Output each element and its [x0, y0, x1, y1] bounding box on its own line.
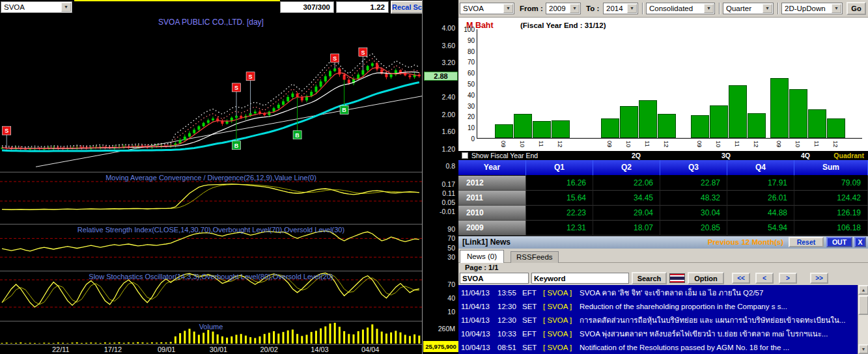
reset-button[interactable]: Reset [789, 237, 824, 247]
table-value-cell: 12.31 [526, 221, 593, 236]
bar [789, 89, 807, 138]
bar-year-label: 11 [813, 141, 820, 147]
bar-year-label: 10 [625, 141, 632, 148]
news-src: EFT [522, 289, 543, 297]
view-mode-value: 2D-UpDown [785, 5, 826, 12]
last-page-button[interactable]: >> [810, 273, 828, 284]
table-value-cell: 34.45 [593, 191, 660, 206]
news-item[interactable]: 11/04/1312:30SET[ SVOA ]Reduction of the… [458, 299, 858, 313]
scrollbar-thumb[interactable] [858, 295, 868, 315]
news-text: การลดสัดส่วนการถือหุ้นในบริษัทย่อย และ แ… [580, 314, 858, 326]
quarterly-table: YearQ1Q2Q3Q4Sum 201216.2622.0622.8717.91… [458, 160, 868, 236]
symbol-combo[interactable]: SVOA ▼ [1, 1, 72, 13]
bar-year-label: 11 [538, 141, 545, 147]
bar [552, 120, 570, 138]
quadrant-link[interactable]: Quadrant [833, 152, 864, 159]
chart-toolbar: SVOA ▼ 307/300 1.22 Recal Scale-Linear [0, 0, 458, 14]
value-field: 1.22 [336, 1, 389, 13]
axis-tick-label: 0.05 [442, 198, 455, 206]
price-chart[interactable]: SSSBBBSS [0, 14, 422, 172]
news-src: SET [522, 303, 543, 310]
tab-news[interactable]: News (0) [460, 250, 504, 263]
scroll-down-button[interactable]: ▼ [858, 344, 868, 354]
statement-type-combo[interactable]: Consolidated ▼ [646, 3, 715, 14]
chevron-down-icon[interactable]: ▼ [763, 4, 772, 13]
to-year-combo[interactable]: 2014 ▼ [603, 3, 638, 14]
table-value-cell: 15.64 [526, 191, 593, 206]
news-src: SET [522, 316, 543, 324]
news-sym: [ SVOA ] [543, 289, 580, 297]
news-text: SVOA พุ่งสวนตลาดฯ หลังบอร์ดไฟเขียวนำ บ.ย… [580, 328, 858, 340]
chevron-down-icon[interactable]: ▼ [61, 3, 71, 12]
table-value-cell: 30.04 [660, 206, 727, 221]
axis-tick-label: 0.11 [442, 189, 455, 197]
table-row: 201115.6434.4548.3226.01124.42 [458, 191, 868, 206]
axis-tick-label: 30 [447, 253, 455, 261]
search-button[interactable]: Search [632, 272, 667, 284]
quarter-label: 4Q [801, 152, 810, 159]
bar [691, 115, 709, 138]
chevron-down-icon[interactable]: ▼ [832, 4, 841, 13]
chevron-down-icon[interactable]: ▼ [503, 4, 513, 13]
axis-tick-label: 3.20 [442, 59, 455, 66]
chevron-down-icon[interactable]: ▼ [627, 4, 637, 13]
news-item[interactable]: 11/04/1313:55EFT[ SVOA ]SVOA คาด 'ลิช จิ… [458, 286, 858, 299]
scrollbar[interactable]: ▲ ▼ [858, 285, 868, 354]
out-button[interactable]: OUT [826, 237, 852, 247]
keyword-input[interactable] [531, 273, 629, 284]
close-button[interactable]: X [854, 237, 866, 247]
tab-rssfeeds[interactable]: RSSFeeds [511, 251, 559, 263]
from-year-combo[interactable]: 2009 ▼ [546, 3, 581, 14]
go-button[interactable]: Go [847, 2, 866, 15]
table-value-cell: 29.04 [593, 206, 660, 221]
news-text: Notification of the Resolutions passed b… [580, 344, 858, 351]
thai-flag-icon[interactable] [669, 273, 685, 283]
next-page-button[interactable]: > [779, 273, 797, 284]
table-value-cell: 20.85 [660, 221, 727, 236]
bar [495, 124, 513, 138]
symbol-combo[interactable]: SVOA ▼ [460, 3, 514, 14]
view-mode-combo[interactable]: 2D-UpDown ▼ [781, 3, 843, 14]
prev-page-button[interactable]: < [755, 273, 774, 284]
table-header-cell: Sum [794, 160, 868, 176]
axis-tick-label: 0.8 [445, 162, 455, 170]
news-item[interactable]: 10/04/1308:51SET[ SVOA ]Notification of … [458, 340, 858, 354]
bar [639, 100, 657, 138]
bar-count-field: 307/300 [280, 1, 334, 13]
date-axis-label: 22/11 [52, 346, 70, 353]
news-item[interactable]: 10/04/1310:33EFT[ SVOA ]SVOA พุ่งสวนตลาด… [458, 327, 858, 340]
table-header-cell: Q3 [660, 160, 727, 176]
bar [710, 105, 728, 139]
news-item[interactable]: 11/04/1312:30SET[ SVOA ]การลดสัดส่วนการถ… [458, 313, 858, 327]
bar-year-label: 09 [500, 141, 507, 148]
bar-year-label: 12 [557, 141, 564, 148]
news-rows: 11/04/1313:55EFT[ SVOA ]SVOA คาด 'ลิช จิ… [458, 286, 858, 354]
show-fiscal-checkbox[interactable] [462, 152, 468, 159]
news-time: 13:55 [497, 289, 522, 297]
symbol-combo-value: SVOA [463, 5, 484, 12]
y-axis-tick: 20 [460, 113, 475, 120]
news-sym: [ SVOA ] [543, 330, 580, 338]
table-value-cell: 79.09 [794, 176, 868, 191]
y-axis-tick: 90 [460, 37, 475, 44]
symbol-input[interactable] [460, 273, 529, 284]
volume-readout: 25,975,900 [423, 341, 458, 352]
period-combo[interactable]: Quarter ▼ [723, 3, 774, 14]
date-axis-label: 20/02 [260, 346, 278, 353]
sell-signal-flag: S [246, 72, 255, 81]
news-time: 08:51 [497, 344, 522, 351]
svg-text:B: B [295, 132, 300, 139]
axis-tick-label: 4.00 [442, 24, 455, 32]
news-src: SET [522, 344, 543, 351]
option-button[interactable]: Option [688, 272, 724, 284]
bar-year-label: 10 [715, 141, 722, 148]
date-axis-label: 14/03 [311, 346, 329, 353]
table-value-cell: 18.07 [593, 221, 660, 236]
first-page-button[interactable]: << [732, 273, 750, 284]
table-row: 201216.2622.0622.8717.9179.09 [458, 176, 868, 191]
chart-info-field [74, 0, 280, 14]
scroll-up-button[interactable]: ▲ [858, 285, 868, 295]
chevron-down-icon[interactable]: ▼ [570, 4, 580, 13]
chevron-down-icon[interactable]: ▼ [704, 4, 714, 13]
y-axis-tick: 80 [460, 48, 475, 55]
